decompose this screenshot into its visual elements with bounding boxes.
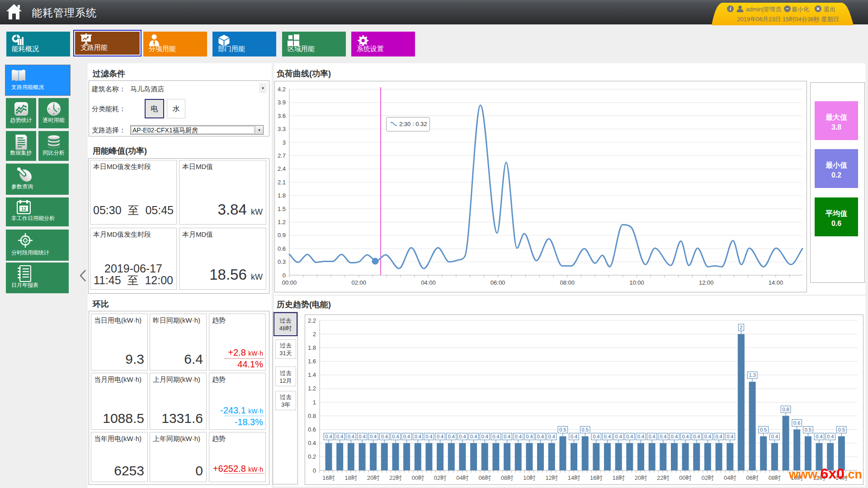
svg-text:12: 12 <box>21 206 27 211</box>
